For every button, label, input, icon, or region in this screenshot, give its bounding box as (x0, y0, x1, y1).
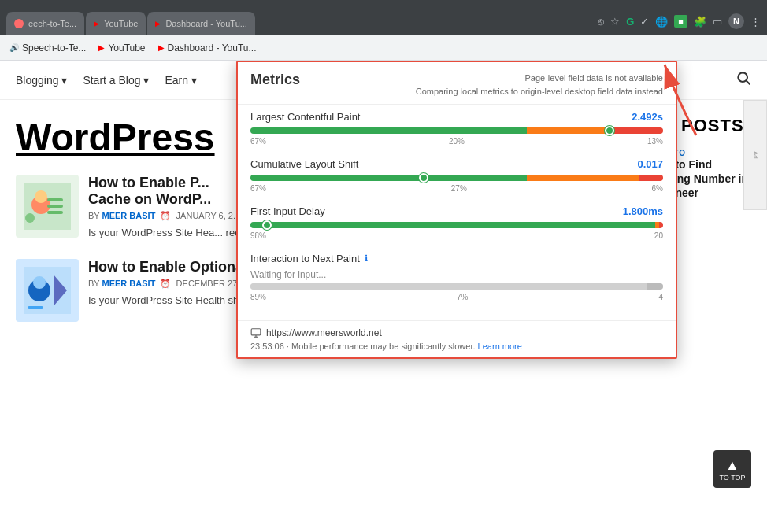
metric-fid-label: First Input Delay (250, 205, 325, 217)
speech-favicon: 🔊 (9, 43, 19, 52)
puzzle-icon[interactable]: 🧩 (694, 16, 706, 28)
nav-earn[interactable]: Earn ▾ (165, 74, 196, 87)
fid-pct-3: 20 (654, 231, 663, 240)
grammarly-icon[interactable]: G (626, 16, 634, 28)
svg-point-11 (33, 276, 46, 289)
nav-blogging[interactable]: Blogging ▾ (16, 74, 67, 87)
svg-rect-13 (28, 306, 43, 309)
svg-rect-20 (251, 329, 261, 335)
metric-lcp: Largest Contentful Paint 2.492s 67% 20% … (250, 111, 663, 146)
bookmark-youtube-label: YouTube (108, 42, 145, 54)
article-date-1: JANUARY 6, 2... (176, 211, 241, 220)
bookmark-youtube[interactable]: ▶ YouTube (98, 42, 145, 54)
cls-pct-2: 27% (451, 184, 467, 193)
back-to-top-label: TO TOP (719, 474, 745, 482)
tab-youtube[interactable]: ▶ YouTube (86, 12, 146, 35)
svg-rect-7 (47, 211, 63, 214)
metric-cls: Cumulative Layout Shift 0.017 67% 27% 6% (250, 158, 663, 193)
fid-pct-1: 98% (250, 231, 266, 240)
metrics-url: https://www.meersworld.net (266, 327, 382, 338)
svg-point-0 (738, 72, 747, 82)
article-author-1: MEER BASIT (102, 211, 156, 220)
article-author-2: MEER BASIT (102, 279, 156, 288)
search-button[interactable] (736, 70, 751, 90)
lcp-pct-2: 20% (449, 137, 465, 146)
learn-more-link[interactable]: Learn more (478, 342, 522, 351)
metric-lcp-value: 2.492s (632, 111, 663, 123)
share-icon[interactable]: ⎋ (598, 16, 604, 28)
metric-inp-icon: ℹ (365, 253, 368, 264)
more-icon[interactable]: ⋮ (750, 16, 761, 28)
yt-favicon: ▶ (94, 20, 99, 28)
metrics-popup: Metrics Page-level field data is not ava… (236, 61, 677, 359)
metrics-note-2: Comparing local metrics to origin-level … (416, 85, 663, 98)
translate-icon[interactable]: 🌐 (655, 16, 668, 28)
user-avatar[interactable]: N (728, 13, 744, 29)
metric-lcp-label: Largest Contentful Paint (250, 111, 360, 123)
svg-line-1 (747, 81, 750, 85)
svg-point-8 (25, 213, 35, 223)
tab-speech-label: eech-to-Te... (28, 19, 76, 28)
yt-favicon2: ▶ (155, 20, 161, 28)
lcp-pct-1: 67% (250, 137, 266, 146)
svg-point-4 (35, 190, 47, 203)
bookmark-dashboard[interactable]: ▶ Dashboard - YouTu... (158, 42, 257, 54)
metric-fid-value: 1.800ms (623, 205, 663, 217)
bookmark-speech-label: Speech-to-Te... (22, 42, 86, 54)
svg-rect-6 (47, 205, 63, 208)
inp-pct-3: 4 (658, 293, 663, 301)
tab-speech[interactable]: eech-to-Te... (6, 12, 84, 35)
ad-sidebar: Ad (743, 100, 767, 210)
tab-youtube-label: YouTube (104, 19, 138, 28)
metrics-title: Metrics (250, 72, 300, 88)
tab-dashboard-label: Dashboard - YouTu... (165, 19, 247, 28)
yt-bm-icon2: ▶ (158, 43, 165, 52)
metric-cls-label: Cumulative Layout Shift (250, 158, 358, 170)
svg-rect-5 (47, 198, 63, 201)
yt-bm-icon: ▶ (98, 43, 105, 52)
cls-pct-1: 67% (250, 184, 266, 193)
metrics-timestamp: 23:53:06 · Mobile performance may be sig… (250, 342, 476, 351)
metric-inp: Interaction to Next Paint ℹ Waiting for … (250, 253, 663, 301)
article-thumb-2 (16, 259, 79, 322)
bookmark-dashboard-label: Dashboard - YouTu... (168, 42, 257, 54)
metrics-note-1: Page-level field data is not available (416, 72, 663, 85)
green-ext-icon[interactable]: ■ (674, 15, 687, 28)
tablet-icon[interactable]: ▭ (713, 16, 722, 28)
nav-start-blog[interactable]: Start a Blog ▾ (83, 74, 149, 87)
vine-icon[interactable]: ✓ (640, 16, 649, 28)
bookmark-speech[interactable]: 🔊 Speech-to-Te... (9, 42, 86, 54)
metric-inp-waiting: Waiting for input... (250, 269, 663, 280)
lcp-pct-3: 13% (647, 137, 663, 146)
inp-pct-2: 7% (457, 293, 468, 301)
metric-cls-value: 0.017 (637, 158, 663, 170)
metric-inp-label: Interaction to Next Paint (250, 253, 360, 264)
inp-pct-1: 89% (250, 293, 266, 301)
back-to-top-button[interactable]: ▲ TO TOP (713, 450, 751, 488)
back-to-top-arrow-icon: ▲ (725, 457, 739, 474)
metric-fid: First Input Delay 1.800ms 98% 20 (250, 205, 663, 240)
cls-pct-3: 6% (652, 184, 663, 193)
tab-dashboard[interactable]: ▶ Dashboard - YouTu... (147, 12, 255, 35)
bookmark-icon[interactable]: ☆ (610, 16, 620, 28)
article-thumb-1 (16, 175, 79, 238)
